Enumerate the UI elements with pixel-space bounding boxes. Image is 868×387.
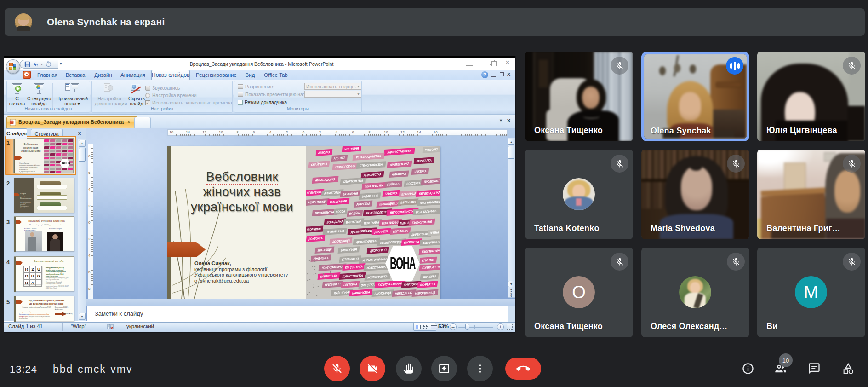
svg-text:P: P: [11, 121, 13, 124]
